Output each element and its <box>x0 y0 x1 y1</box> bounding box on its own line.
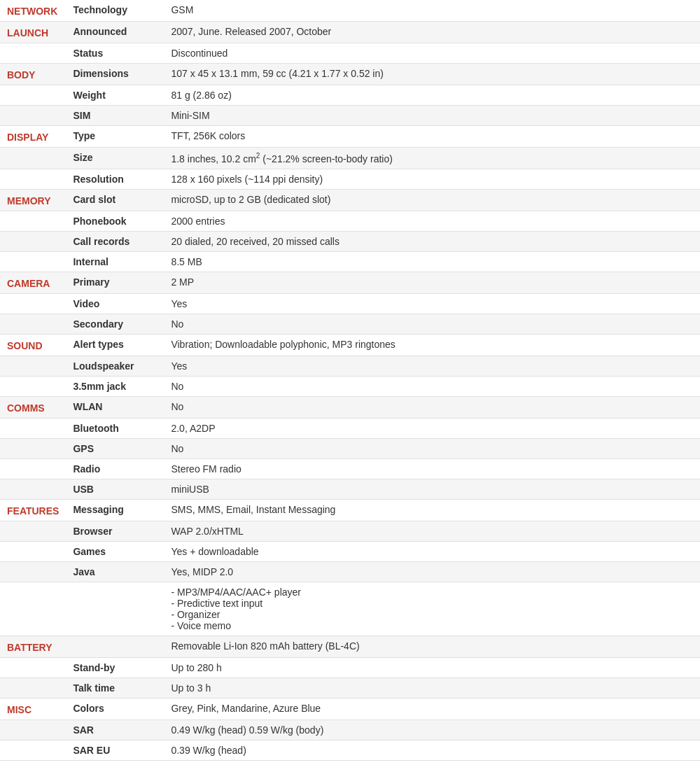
label-cell: Primary <box>66 272 164 293</box>
category-cell <box>0 541 66 561</box>
category-cell: LAUNCH <box>0 22 66 43</box>
category-cell: BODY <box>0 64 66 85</box>
value-cell: SMS, MMS, Email, Instant Messaging <box>164 499 700 521</box>
value-cell: 2 MP <box>164 272 700 293</box>
label-cell <box>66 636 164 657</box>
label-cell: Stand-by <box>66 657 164 678</box>
value-cell: Mini-SIM <box>164 106 700 126</box>
value-cell: 0.49 W/kg (head) 0.59 W/kg (body) <box>164 720 700 740</box>
category-cell <box>0 356 66 376</box>
category-cell: FEATURES <box>0 499 66 521</box>
table-row: GamesYes + downloadable <box>0 541 700 561</box>
category-cell: MEMORY <box>0 189 66 211</box>
value-cell: Stereo FM radio <box>164 458 700 479</box>
label-cell: GPS <box>66 438 164 458</box>
label-cell: Talk time <box>66 678 164 698</box>
value-cell: 128 x 160 pixels (~114 ppi density) <box>164 169 700 189</box>
category-cell <box>0 169 66 189</box>
label-cell: Alert types <box>66 334 164 356</box>
table-row: Resolution128 x 160 pixels (~114 ppi den… <box>0 169 700 189</box>
value-cell: 2007, June. Released 2007, October <box>164 22 700 43</box>
category-cell <box>0 561 66 582</box>
table-row: COMMSWLANNo <box>0 396 700 418</box>
value-cell: Yes, MIDP 2.0 <box>164 561 700 582</box>
category-cell <box>0 740 66 760</box>
value-cell: 0.39 W/kg (head) <box>164 740 700 760</box>
label-cell: Video <box>66 293 164 314</box>
category-cell <box>0 720 66 740</box>
category-cell <box>0 43 66 64</box>
value-cell: Vibration; Downloadable polyphonic, MP3 … <box>164 334 700 356</box>
table-row: SIMMini-SIM <box>0 106 700 126</box>
label-cell: Status <box>66 43 164 64</box>
label-cell: Colors <box>66 698 164 720</box>
category-cell <box>0 293 66 314</box>
table-row: BrowserWAP 2.0/xHTML <box>0 521 700 541</box>
table-row: NETWORKTechnologyGSM <box>0 0 700 22</box>
label-cell: USB <box>66 479 164 499</box>
category-cell: NETWORK <box>0 0 66 22</box>
table-row: StatusDiscontinued <box>0 43 700 64</box>
category-cell: COMMS <box>0 396 66 418</box>
category-cell <box>0 314 66 334</box>
category-cell: SOUND <box>0 334 66 356</box>
value-cell: No <box>164 438 700 458</box>
category-cell <box>0 657 66 678</box>
label-cell <box>66 582 164 636</box>
label-cell: WLAN <box>66 396 164 418</box>
table-row: MISCColorsGrey, Pink, Mandarine, Azure B… <box>0 698 700 720</box>
table-row: Talk timeUp to 3 h <box>0 678 700 698</box>
value-cell: No <box>164 376 700 396</box>
table-row: SOUNDAlert typesVibration; Downloadable … <box>0 334 700 356</box>
value-cell: Yes + downloadable <box>164 541 700 561</box>
category-cell: MISC <box>0 698 66 720</box>
label-cell: Games <box>66 541 164 561</box>
table-row: JavaYes, MIDP 2.0 <box>0 561 700 582</box>
label-cell: Size <box>66 148 164 169</box>
value-cell: 1.8 inches, 10.2 cm2 (~21.2% screen-to-b… <box>164 148 700 169</box>
label-cell: Radio <box>66 458 164 479</box>
table-row: Size1.8 inches, 10.2 cm2 (~21.2% screen-… <box>0 148 700 169</box>
label-cell: Browser <box>66 521 164 541</box>
label-cell: SAR EU <box>66 740 164 760</box>
category-cell <box>0 211 66 231</box>
table-row: Weight81 g (2.86 oz) <box>0 85 700 106</box>
table-row: Stand-byUp to 280 h <box>0 657 700 678</box>
category-cell: BATTERY <box>0 636 66 657</box>
category-cell <box>0 148 66 169</box>
label-cell: Announced <box>66 22 164 43</box>
table-row: BATTERYRemovable Li-Ion 820 mAh battery … <box>0 636 700 657</box>
value-line: - Organizer <box>171 609 220 620</box>
table-row: Call records20 dialed, 20 received, 20 m… <box>0 231 700 251</box>
value-cell: Removable Li-Ion 820 mAh battery (BL-4C) <box>164 636 700 657</box>
label-cell: Weight <box>66 85 164 106</box>
label-cell: Loudspeaker <box>66 356 164 376</box>
table-row: SAR EU0.39 W/kg (head) <box>0 740 700 760</box>
value-line: - Voice memo <box>171 620 231 631</box>
label-cell: Messaging <box>66 499 164 521</box>
category-cell <box>0 438 66 458</box>
table-row: VideoYes <box>0 293 700 314</box>
category-cell: DISPLAY <box>0 126 66 148</box>
value-cell: Yes <box>164 356 700 376</box>
value-cell: - MP3/MP4/AAC/AAC+ player- Predictive te… <box>164 582 700 636</box>
category-cell <box>0 521 66 541</box>
table-row: Internal8.5 MB <box>0 251 700 272</box>
value-cell: 2000 entries <box>164 211 700 231</box>
value-cell: No <box>164 396 700 418</box>
value-cell: 81 g (2.86 oz) <box>164 85 700 106</box>
table-row: DISPLAYTypeTFT, 256K colors <box>0 126 700 148</box>
value-cell: microSD, up to 2 GB (dedicated slot) <box>164 189 700 211</box>
label-cell: Internal <box>66 251 164 272</box>
value-cell: No <box>164 314 700 334</box>
value-line: - Predictive text input <box>171 598 262 609</box>
value-cell: Yes <box>164 293 700 314</box>
table-row: Bluetooth2.0, A2DP <box>0 418 700 438</box>
label-cell: Resolution <box>66 169 164 189</box>
category-cell: CAMERA <box>0 272 66 293</box>
label-cell: Bluetooth <box>66 418 164 438</box>
label-cell: SIM <box>66 106 164 126</box>
value-line: - MP3/MP4/AAC/AAC+ player <box>171 587 301 598</box>
table-row: CAMERAPrimary2 MP <box>0 272 700 293</box>
table-row: BODYDimensions107 x 45 x 13.1 mm, 59 cc … <box>0 64 700 85</box>
